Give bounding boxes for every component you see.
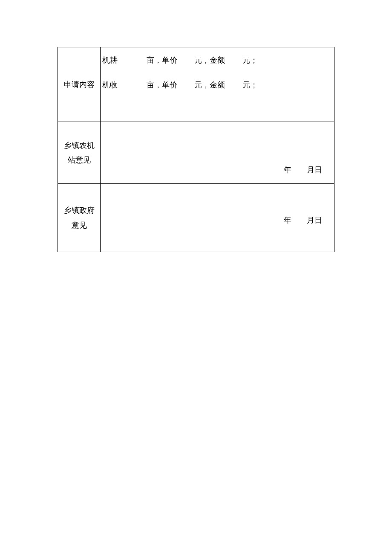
government-content-cell: 年 月日 <box>101 184 334 252</box>
tillage-amount-unit: 元； <box>242 55 258 65</box>
harvest-gap3 <box>225 81 242 90</box>
harvest-gap2 <box>177 81 195 90</box>
harvest-area-unit: 亩，单价 <box>147 80 177 90</box>
government-header-cell: 乡镇政府意见 <box>58 184 101 252</box>
application-header-text: 申请内容 <box>64 80 95 89</box>
application-header-cell: 申请内容 <box>58 47 101 122</box>
harvest-label: 机收 <box>102 80 118 90</box>
application-row: 申请内容 机耕 亩，单价 元，金额 元； 机收 亩，单价 元，金额 元； <box>58 47 334 122</box>
government-row: 乡镇政府意见 年 月日 <box>58 184 334 252</box>
tillage-gap2 <box>177 56 195 65</box>
tillage-line: 机耕 亩，单价 元，金额 元； <box>102 55 332 65</box>
station-year-label: 年 <box>284 166 291 174</box>
tillage-gap1 <box>118 56 147 65</box>
government-header-text: 乡镇政府意见 <box>64 206 95 229</box>
tillage-price-unit: 元，金额 <box>194 55 225 65</box>
station-date-line: 年 月日 <box>284 165 322 175</box>
application-content-cell: 机耕 亩，单价 元，金额 元； 机收 亩，单价 元，金额 元； <box>101 47 334 122</box>
tillage-label: 机耕 <box>102 55 118 65</box>
station-header-cell: 乡镇农机站意见 <box>58 122 101 184</box>
station-date-gap <box>291 166 307 174</box>
harvest-line: 机收 亩，单价 元，金额 元； <box>102 80 332 90</box>
tillage-gap3 <box>225 56 242 65</box>
harvest-gap1 <box>118 81 147 90</box>
government-date-gap <box>291 216 307 224</box>
station-header-text: 乡镇农机站意见 <box>64 141 95 164</box>
station-row: 乡镇农机站意见 年 月日 <box>58 122 334 184</box>
government-monthday-label: 月日 <box>307 216 322 224</box>
government-year-label: 年 <box>284 216 291 224</box>
station-content-cell: 年 月日 <box>101 122 334 184</box>
tillage-area-unit: 亩，单价 <box>147 55 177 65</box>
government-date-line: 年 月日 <box>284 215 322 225</box>
harvest-price-unit: 元，金额 <box>194 80 225 90</box>
harvest-amount-unit: 元； <box>242 80 258 90</box>
approval-form-table: 申请内容 机耕 亩，单价 元，金额 元； 机收 亩，单价 元，金额 元； 乡镇农… <box>58 47 334 252</box>
station-monthday-label: 月日 <box>307 166 322 174</box>
